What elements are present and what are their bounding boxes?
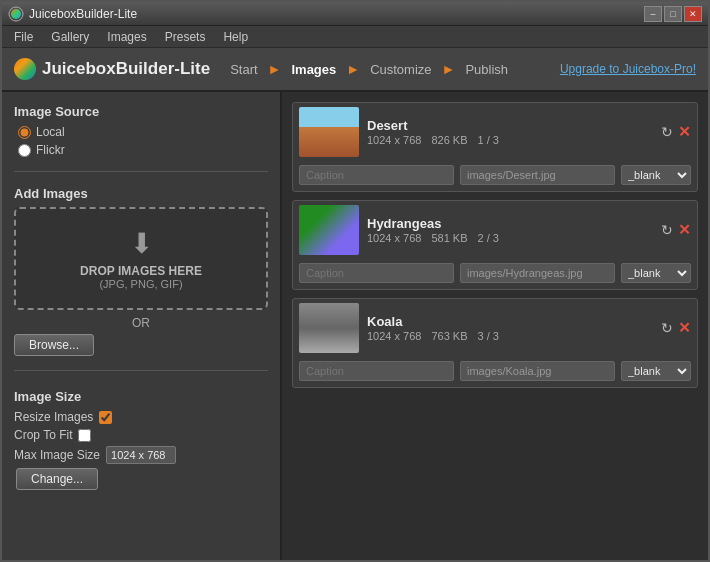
- target-select[interactable]: _blank _self _parent: [621, 165, 691, 185]
- path-input[interactable]: [460, 263, 615, 283]
- image-thumb: [299, 107, 359, 157]
- image-dimensions: 1024 x 768: [367, 330, 421, 342]
- or-text: OR: [14, 316, 268, 330]
- remove-icon[interactable]: ✕: [678, 123, 691, 141]
- crop-label: Crop To Fit: [14, 428, 72, 442]
- caption-input[interactable]: [299, 361, 454, 381]
- rotate-icon[interactable]: ↻: [661, 222, 673, 238]
- main-window: JuiceboxBuilder-Lite – □ ✕ File Gallery …: [0, 0, 710, 562]
- change-button[interactable]: Change...: [16, 468, 98, 490]
- main-area: Desert 1024 x 768 826 KB 1 / 3 ↻ ✕ _blan…: [282, 92, 708, 560]
- image-position: 2 / 3: [478, 232, 499, 244]
- image-dimensions: 1024 x 768: [367, 134, 421, 146]
- nav-step-images[interactable]: Images: [287, 60, 340, 79]
- caption-input[interactable]: [299, 165, 454, 185]
- nav-step-customize[interactable]: Customize: [366, 60, 435, 79]
- image-name: Desert: [367, 118, 653, 133]
- drop-zone[interactable]: ⬇ DROP IMAGES HERE (JPG, PNG, GIF): [14, 207, 268, 310]
- nav-steps: Start ► Images ► Customize ► Publish Upg…: [226, 60, 696, 79]
- sidebar: Image Source Local Flickr Add Images: [2, 92, 282, 560]
- radio-flickr-input[interactable]: [18, 144, 31, 157]
- image-card-top: Desert 1024 x 768 826 KB 1 / 3 ↻ ✕: [293, 103, 697, 161]
- nav-arrow-2: ►: [346, 61, 360, 77]
- image-position: 1 / 3: [478, 134, 499, 146]
- image-info: Hydrangeas 1024 x 768 581 KB 2 / 3: [367, 216, 653, 244]
- title-bar-left: JuiceboxBuilder-Lite: [8, 6, 137, 22]
- nav-arrow-3: ►: [442, 61, 456, 77]
- nav-step-publish[interactable]: Publish: [461, 60, 512, 79]
- image-size: 826 KB: [431, 134, 467, 146]
- target-select[interactable]: _blank _self _parent: [621, 361, 691, 381]
- menu-presets[interactable]: Presets: [157, 28, 214, 46]
- menu-bar: File Gallery Images Presets Help: [2, 26, 708, 48]
- image-thumb: [299, 205, 359, 255]
- caption-input[interactable]: [299, 263, 454, 283]
- menu-help[interactable]: Help: [215, 28, 256, 46]
- resize-label: Resize Images: [14, 410, 93, 424]
- rotate-icon[interactable]: ↻: [661, 124, 673, 140]
- image-info: Koala 1024 x 768 763 KB 3 / 3: [367, 314, 653, 342]
- target-select[interactable]: _blank _self _parent: [621, 263, 691, 283]
- image-card-bottom: _blank _self _parent: [293, 259, 697, 289]
- nav-bar: JuiceboxBuilder-Lite Start ► Images ► Cu…: [2, 48, 708, 92]
- divider-1: [14, 171, 268, 172]
- image-actions: ↻ ✕: [661, 123, 691, 141]
- image-name: Hydrangeas: [367, 216, 653, 231]
- menu-images[interactable]: Images: [99, 28, 154, 46]
- resize-checkbox[interactable]: [99, 411, 112, 424]
- remove-icon[interactable]: ✕: [678, 319, 691, 337]
- max-size-input[interactable]: [106, 446, 176, 464]
- max-size-label: Max Image Size: [14, 448, 100, 462]
- image-source-radios: Local Flickr: [18, 125, 268, 157]
- image-card: Hydrangeas 1024 x 768 581 KB 2 / 3 ↻ ✕ _…: [292, 200, 698, 290]
- drop-icon: ⬇: [34, 227, 248, 260]
- path-input[interactable]: [460, 361, 615, 381]
- radio-local-input[interactable]: [18, 126, 31, 139]
- image-card-bottom: _blank _self _parent: [293, 161, 697, 191]
- image-info: Desert 1024 x 768 826 KB 1 / 3: [367, 118, 653, 146]
- close-button[interactable]: ✕: [684, 6, 702, 22]
- image-card-top: Koala 1024 x 768 763 KB 3 / 3 ↻ ✕: [293, 299, 697, 357]
- image-meta: 1024 x 768 581 KB 2 / 3: [367, 232, 653, 244]
- crop-row: Crop To Fit: [14, 428, 268, 442]
- nav-step-start[interactable]: Start: [226, 60, 261, 79]
- radio-flickr[interactable]: Flickr: [18, 143, 268, 157]
- add-images-title: Add Images: [14, 186, 268, 201]
- image-position: 3 / 3: [478, 330, 499, 342]
- browse-button[interactable]: Browse...: [14, 334, 94, 356]
- add-images-section: Add Images ⬇ DROP IMAGES HERE (JPG, PNG,…: [14, 186, 268, 356]
- rotate-icon[interactable]: ↻: [661, 320, 673, 336]
- divider-2: [14, 370, 268, 371]
- remove-icon[interactable]: ✕: [678, 221, 691, 239]
- window-title: JuiceboxBuilder-Lite: [29, 7, 137, 21]
- nav-logo: JuiceboxBuilder-Lite: [14, 58, 210, 80]
- minimize-button[interactable]: –: [644, 6, 662, 22]
- image-actions: ↻ ✕: [661, 319, 691, 337]
- image-meta: 1024 x 768 826 KB 1 / 3: [367, 134, 653, 146]
- image-card-top: Hydrangeas 1024 x 768 581 KB 2 / 3 ↻ ✕: [293, 201, 697, 259]
- resize-row: Resize Images: [14, 410, 268, 424]
- image-source-section: Image Source Local Flickr: [14, 104, 268, 157]
- drop-text: DROP IMAGES HERE: [34, 264, 248, 278]
- image-name: Koala: [367, 314, 653, 329]
- drop-sub: (JPG, PNG, GIF): [34, 278, 248, 290]
- image-source-title: Image Source: [14, 104, 268, 119]
- nav-arrow-1: ►: [268, 61, 282, 77]
- image-actions: ↻ ✕: [661, 221, 691, 239]
- logo-text: JuiceboxBuilder-Lite: [42, 59, 210, 79]
- image-card: Koala 1024 x 768 763 KB 3 / 3 ↻ ✕ _blank…: [292, 298, 698, 388]
- image-card: Desert 1024 x 768 826 KB 1 / 3 ↻ ✕ _blan…: [292, 102, 698, 192]
- radio-local[interactable]: Local: [18, 125, 268, 139]
- svg-point-1: [11, 9, 21, 19]
- radio-local-label: Local: [36, 125, 65, 139]
- title-controls: – □ ✕: [644, 6, 702, 22]
- upgrade-link[interactable]: Upgrade to Juicebox-Pro!: [560, 62, 696, 76]
- path-input[interactable]: [460, 165, 615, 185]
- menu-file[interactable]: File: [6, 28, 41, 46]
- crop-checkbox[interactable]: [78, 429, 91, 442]
- maximize-button[interactable]: □: [664, 6, 682, 22]
- image-size-section: Image Size Resize Images Crop To Fit Max…: [14, 389, 268, 490]
- title-bar: JuiceboxBuilder-Lite – □ ✕: [2, 2, 708, 26]
- menu-gallery[interactable]: Gallery: [43, 28, 97, 46]
- content-area: Image Source Local Flickr Add Images: [2, 92, 708, 560]
